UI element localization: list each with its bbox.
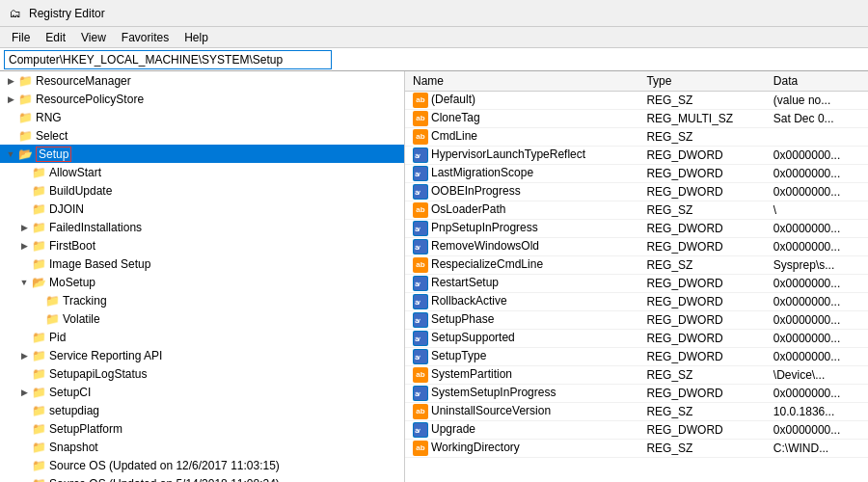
menu-item-file[interactable]: File [4, 29, 38, 46]
value-type: REG_DWORD [638, 219, 765, 237]
string-value-icon: ab [413, 111, 428, 126]
value-data: 0x0000000... [766, 384, 868, 402]
tree-item-servicereportingapi[interactable]: ▶📁Service Reporting API [0, 346, 404, 364]
tree-item-volatile[interactable]: 📁Volatile [0, 309, 404, 328]
table-row[interactable]: ꜹOOBEInProgressREG_DWORD0x0000000... [405, 182, 868, 201]
value-data: Sysprep\s... [766, 255, 868, 274]
value-data: 0x0000000... [766, 292, 868, 310]
value-data: \Device\... [766, 365, 868, 384]
folder-icon: 📁 [31, 201, 46, 217]
table-row[interactable]: abSystemPartitionREG_SZ\Device\... [405, 365, 868, 384]
string-value-icon: ab [413, 257, 428, 273]
value-name-cell: ꜹRollbackActive [405, 292, 638, 310]
table-row[interactable]: ꜹRollbackActiveREG_DWORD0x0000000... [405, 292, 868, 310]
table-row[interactable]: ꜹRestartSetupREG_DWORD0x0000000... [405, 274, 868, 292]
tree-item-mosetup[interactable]: ▼📂MoSetup [0, 273, 404, 291]
value-type: REG_SZ [638, 255, 765, 274]
folder-icon: 📂 [31, 275, 46, 290]
string-value-icon: ab [413, 404, 428, 419]
table-row[interactable]: ꜹSystemSetupInProgressREG_DWORD0x0000000… [405, 384, 868, 402]
value-type: REG_DWORD [638, 347, 765, 365]
folder-icon: 📁 [44, 293, 60, 308]
values-panel[interactable]: Name Type Data ab(Default)REG_SZ(value n… [405, 71, 868, 482]
tree-label: FailedInstallations [49, 221, 142, 234]
tree-item-snapshot[interactable]: 📁Snapshot [0, 438, 404, 456]
value-type: REG_SZ [638, 365, 765, 384]
menu-item-favorites[interactable]: Favorites [114, 29, 176, 46]
value-type: REG_SZ [638, 439, 765, 457]
tree-item-setupci[interactable]: ▶📁SetupCI [0, 383, 404, 401]
table-row[interactable]: ab(Default)REG_SZ(value no... [405, 91, 868, 109]
value-name: SetupSupported [431, 331, 515, 344]
folder-icon: 📁 [31, 385, 46, 400]
tree-item-sourceos2[interactable]: 📁Source OS (Updated on 5/14/2018 11:08:3… [0, 474, 404, 482]
dword-value-icon: ꜹ [413, 184, 428, 200]
menu-item-view[interactable]: View [73, 29, 114, 46]
table-row[interactable]: abCmdLineREG_SZ [405, 127, 868, 146]
value-type: REG_DWORD [638, 310, 765, 329]
table-row[interactable]: ꜹSetupPhaseREG_DWORD0x0000000... [405, 310, 868, 329]
col-header-data[interactable]: Data [766, 71, 868, 91]
value-data: 0x0000000... [766, 237, 868, 255]
tree-item-select[interactable]: 📁Select [0, 126, 404, 145]
svg-text:ꜹ: ꜹ [415, 299, 420, 307]
tree-item-rng[interactable]: 📁RNG [0, 108, 404, 126]
table-row[interactable]: ꜹHypervisorLaunchTypeReflectREG_DWORD0x0… [405, 146, 868, 164]
tree-panel[interactable]: ▶📁ResourceManager▶📁ResourcePolicyStore 📁… [0, 71, 405, 482]
tree-item-buildupdate[interactable]: 📁BuildUpdate [0, 181, 404, 200]
tree-item-setupapilogstatus[interactable]: 📁SetupapiLogStatus [0, 364, 404, 383]
dword-value-icon: ꜹ [413, 349, 428, 364]
table-row[interactable]: abOsLoaderPathREG_SZ\ [405, 201, 868, 219]
tree-label: Volatile [63, 312, 100, 326]
menu-bar: FileEditViewFavoritesHelp [0, 27, 868, 48]
address-input[interactable] [4, 50, 332, 69]
value-name: SystemPartition [431, 367, 512, 381]
tree-item-tracking[interactable]: 📁Tracking [0, 291, 404, 309]
tree-item-setupdiag[interactable]: 📁setupdiag [0, 401, 404, 419]
value-name: CloneTag [431, 111, 480, 124]
tree-item-imagebasedsetup[interactable]: 📁Image Based Setup [0, 254, 404, 273]
value-name: (Default) [431, 93, 475, 106]
col-header-type[interactable]: Type [638, 71, 765, 91]
folder-icon: 📁 [31, 440, 46, 455]
value-name-cell: ꜹSystemSetupInProgress [405, 384, 638, 402]
value-name-cell: ꜹSetupSupported [405, 329, 638, 347]
tree-label: MoSetup [49, 276, 95, 289]
col-header-name[interactable]: Name [405, 71, 638, 91]
tree-item-pid[interactable]: 📁Pid [0, 328, 404, 346]
table-row[interactable]: ꜹPnpSetupInProgressREG_DWORD0x0000000... [405, 219, 868, 237]
value-name-cell: ꜹPnpSetupInProgress [405, 219, 638, 237]
table-row[interactable]: ꜹLastMigrationScopeREG_DWORD0x0000000... [405, 164, 868, 182]
table-row[interactable]: abRespecializeCmdLineREG_SZSysprep\s... [405, 255, 868, 274]
table-row[interactable]: abUninstallSourceVersionREG_SZ10.0.1836.… [405, 402, 868, 420]
value-type: REG_MULTI_SZ [638, 109, 765, 127]
menu-item-help[interactable]: Help [176, 29, 216, 46]
tree-item-allowstart[interactable]: 📁AllowStart [0, 163, 404, 181]
tree-item-sourceos1[interactable]: 📁Source OS (Updated on 12/6/2017 11:03:1… [0, 456, 404, 474]
svg-text:ꜹ: ꜹ [415, 244, 420, 252]
value-name: UninstallSourceVersion [431, 404, 551, 417]
table-row[interactable]: ꜹUpgradeREG_DWORD0x0000000... [405, 420, 868, 439]
tree-item-firstboot[interactable]: ▶📁FirstBoot [0, 236, 404, 254]
menu-item-edit[interactable]: Edit [38, 29, 73, 46]
value-name: WorkingDirectory [431, 441, 520, 454]
table-row[interactable]: abCloneTagREG_MULTI_SZSat Dec 0... [405, 109, 868, 127]
table-row[interactable]: ꜹSetupSupportedREG_DWORD0x0000000... [405, 329, 868, 347]
table-row[interactable]: ꜹSetupTypeREG_DWORD0x0000000... [405, 347, 868, 365]
value-data: C:\WIND... [766, 439, 868, 457]
tree-item-setup[interactable]: ▼📂Setup [0, 145, 404, 163]
value-data: \ [766, 201, 868, 219]
tree-item-setupplatform[interactable]: 📁SetupPlatform [0, 419, 404, 438]
tree-item-djoin[interactable]: 📁DJOIN [0, 200, 404, 218]
folder-icon: 📁 [31, 421, 46, 437]
table-row[interactable]: ꜹRemoveWindowsOldREG_DWORD0x0000000... [405, 237, 868, 255]
value-type: REG_DWORD [638, 274, 765, 292]
tree-item-resourcepolicystore[interactable]: ▶📁ResourcePolicyStore [0, 90, 404, 108]
dword-value-icon: ꜹ [413, 386, 428, 401]
tree-label: Select [36, 129, 68, 143]
value-type: REG_DWORD [638, 237, 765, 255]
table-row[interactable]: abWorkingDirectoryREG_SZC:\WIND... [405, 439, 868, 457]
main-content: ▶📁ResourceManager▶📁ResourcePolicyStore 📁… [0, 71, 868, 482]
tree-item-failedinstallations[interactable]: ▶📁FailedInstallations [0, 218, 404, 236]
tree-item-resourcemanager[interactable]: ▶📁ResourceManager [0, 71, 404, 90]
